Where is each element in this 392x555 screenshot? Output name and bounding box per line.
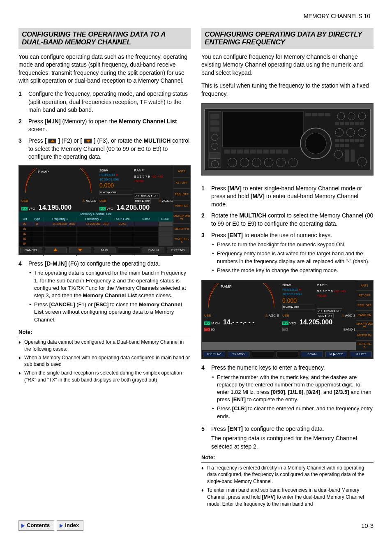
right-note-label: Note:	[201, 454, 374, 462]
svg-rect-11	[231, 149, 236, 153]
svg-rect-16	[263, 149, 269, 153]
svg-point-27	[305, 133, 326, 154]
svg-rect-36	[335, 122, 339, 125]
svg-rect-28	[305, 113, 311, 116]
left-note2: When a Memory Channel with no operating …	[18, 354, 191, 368]
right-step5: Press [ENT] to configure the operating d…	[211, 425, 374, 451]
svg-rect-30	[318, 113, 324, 116]
left-column: CONFIGURING THE OPERATING DATA TO A DUAL…	[18, 28, 191, 509]
left-intro: You can configure operating data such as…	[18, 53, 191, 85]
play-icon	[60, 524, 63, 528]
frequency-entry-figure: P.AMP 200W FEB/15/13 ● 10:00 01:00U 0.00…	[201, 280, 374, 359]
right-section-title: CONFIGURING OPERATING DATA BY DIRECTLY E…	[201, 28, 374, 49]
svg-rect-29	[312, 113, 318, 116]
svg-point-24	[277, 158, 286, 167]
svg-point-20	[228, 158, 237, 167]
step-num-1: 1	[18, 90, 28, 114]
svg-point-58	[357, 157, 367, 166]
svg-rect-54	[360, 144, 364, 147]
svg-rect-14	[250, 149, 256, 153]
page-header: MEMORY CHANNELS 10	[18, 12, 374, 21]
svg-rect-39	[350, 122, 354, 125]
svg-text:P.AMP: P.AMP	[38, 170, 49, 174]
svg-rect-17	[270, 149, 275, 153]
svg-point-55	[334, 150, 343, 158]
svg-rect-10	[224, 149, 230, 153]
right-intro1: You can configure frequency for Memory C…	[201, 53, 374, 77]
right-step2: Rotate the MULTI/CH control to select th…	[211, 212, 374, 228]
svg-rect-38	[345, 122, 349, 125]
right-column: CONFIGURING OPERATING DATA BY DIRECTLY E…	[201, 28, 374, 509]
svg-rect-12	[237, 149, 243, 153]
svg-point-34	[348, 113, 355, 120]
svg-rect-56	[345, 149, 349, 162]
left-step4: Press [D-M.IN] (F6) to configure the ope…	[28, 260, 191, 325]
svg-rect-19	[283, 149, 288, 153]
svg-rect-18	[276, 149, 282, 153]
svg-rect-50	[360, 139, 364, 142]
svg-rect-9	[223, 111, 304, 147]
svg-rect-49	[355, 139, 359, 142]
svg-rect-47	[345, 139, 349, 142]
memory-channel-list-figure: P.AMP 200W FEB/15/13 ● 10:00 01:00U 0.00…	[18, 165, 191, 255]
step-num-2: 2	[18, 118, 28, 134]
up-arrow-icon	[48, 139, 56, 143]
svg-rect-53	[345, 144, 349, 147]
left-step3: Press [ ] (F2) or [ ] (F3), or rotate th…	[28, 137, 191, 161]
step-num-4: 4	[18, 260, 28, 325]
play-icon	[21, 524, 25, 528]
step-num-3: 3	[18, 137, 28, 161]
svg-text:P.AMP: P.AMP	[221, 284, 232, 289]
svg-rect-40	[355, 122, 359, 125]
svg-rect-2	[210, 113, 219, 118]
svg-point-8	[211, 160, 219, 168]
svg-point-33	[337, 113, 345, 120]
svg-rect-31	[325, 113, 330, 116]
right-step1: Press [M/V] to enter single-band Memory …	[211, 185, 374, 209]
right-note2: To enter main band and sub band frequenc…	[201, 487, 374, 507]
svg-rect-15	[257, 149, 263, 153]
svg-rect-3	[210, 120, 219, 125]
right-note1: If a frequency is entered directly in a …	[201, 465, 374, 485]
page-number: 10-3	[361, 521, 374, 530]
contents-button[interactable]: Contents	[18, 520, 54, 530]
index-button[interactable]: Index	[57, 520, 83, 530]
svg-rect-52	[340, 144, 344, 147]
svg-point-35	[358, 113, 366, 120]
left-note1: Operating data cannot be configured for …	[18, 339, 191, 353]
left-step4-sub1: The operating data is configured for the…	[28, 269, 191, 299]
svg-point-44	[358, 128, 366, 136]
svg-point-43	[347, 128, 355, 136]
svg-point-42	[335, 128, 344, 136]
left-step4-sub2: Press [CANCEL] (F1) or [ESC] to close th…	[28, 301, 191, 324]
right-intro2: This is useful when tuning the frequency…	[201, 82, 374, 98]
right-step4: Press the numeric keys to enter a freque…	[211, 364, 374, 422]
down-arrow-icon	[84, 139, 92, 143]
svg-rect-37	[340, 122, 344, 125]
left-note-label: Note:	[18, 328, 191, 337]
left-step1: Configure the frequency, operating mode,…	[28, 90, 191, 114]
svg-rect-7	[210, 153, 220, 158]
svg-rect-45	[335, 139, 339, 142]
svg-point-22	[252, 158, 261, 167]
svg-point-6	[212, 143, 218, 150]
svg-rect-13	[244, 149, 249, 153]
svg-point-23	[264, 158, 273, 167]
svg-rect-48	[350, 139, 354, 142]
right-step3: Press [ENT] to enable the use of numeric…	[211, 231, 374, 276]
left-section-title: CONFIGURING THE OPERATING DATA TO A DUAL…	[18, 28, 191, 49]
left-step2: Press [M.IN] (Memory) to open the Memory…	[28, 118, 191, 134]
svg-rect-4	[210, 127, 219, 132]
svg-rect-57	[350, 149, 355, 162]
svg-rect-46	[340, 139, 344, 142]
svg-rect-41	[360, 122, 364, 125]
svg-rect-51	[335, 144, 339, 147]
svg-point-5	[212, 134, 218, 141]
left-note3: When the single-band reception is select…	[18, 370, 191, 384]
transceiver-figure	[201, 103, 374, 176]
svg-point-21	[240, 158, 249, 167]
svg-point-25	[288, 158, 297, 167]
